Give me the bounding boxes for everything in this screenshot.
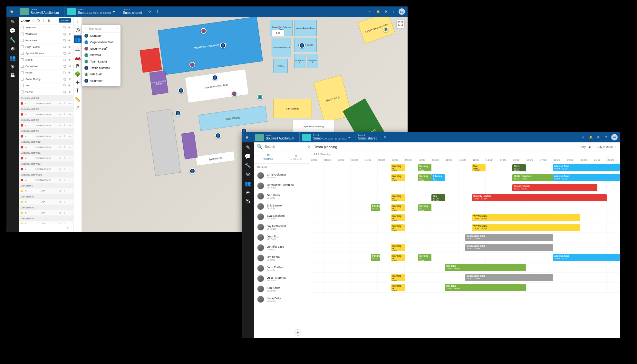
help-icon[interactable]: ? xyxy=(391,9,396,14)
timeline-row[interactable]: Morning b...6:00 - 07:00VIP Welcome12:00… xyxy=(310,213,620,223)
person-marker[interactable]: 👤 xyxy=(383,26,389,32)
filter-item[interactable]: 👤Organisation Staff xyxy=(82,39,121,45)
person-row[interactable]: John EndleySecurity xyxy=(254,263,310,273)
room-media[interactable]: Media Working Area xyxy=(185,69,249,103)
copy-icon[interactable]: ⿻ xyxy=(63,26,66,29)
room-purple2[interactable] xyxy=(181,132,198,159)
person-row[interactable]: Jennifer LittleCatering xyxy=(254,243,310,253)
more-icon[interactable]: ⋯ xyxy=(68,200,71,204)
help-icon[interactable]: ? xyxy=(603,135,609,140)
more-icon[interactable]: ⋯ xyxy=(68,157,71,160)
checkbox[interactable] xyxy=(21,71,24,74)
checkbox[interactable] xyxy=(21,52,24,55)
timeline-row[interactable]: Parking04:30 - 05:00Morning b...6:00 - 0… xyxy=(310,253,620,263)
refresh-icon[interactable]: ⟳ xyxy=(382,135,388,140)
more-icon[interactable]: ⋯ xyxy=(68,102,71,105)
person-marker[interactable]: 👤 xyxy=(175,110,181,116)
room-locker[interactable]: LOCKER ROOM xyxy=(294,38,317,52)
eye-icon[interactable]: 👁 xyxy=(68,52,71,55)
room-meeting[interactable]: Meeting Briefing Room xyxy=(294,20,317,36)
filter-item[interactable]: 👤Security Staff xyxy=(82,45,121,52)
more-icon[interactable]: ⋯ xyxy=(68,178,71,182)
timeline-row[interactable]: Morning b...6:00 - 07:00Morning S...8:00… xyxy=(310,173,620,183)
checkbox[interactable] xyxy=(21,26,24,29)
eye-icon[interactable]: 👁 xyxy=(68,39,71,42)
sun-icon[interactable]: ☀ xyxy=(10,64,15,70)
user-avatar[interactable]: EB xyxy=(611,134,618,140)
room-lockera[interactable]: Locker Room A xyxy=(294,54,305,68)
person-marker[interactable]: 👤 xyxy=(189,168,195,174)
copy-icon[interactable]: ⿻ xyxy=(63,65,66,68)
search-input[interactable] xyxy=(265,145,306,148)
timeline-event[interactable]: Morning S...8:00 - 09:00 xyxy=(418,164,432,171)
timeline-event[interactable]: VIP Welcome12:00 - 20:00 xyxy=(472,224,580,231)
sublist-group[interactable]: Security staff #2 4OPERATIONS0 ⇪ ⋯ xyxy=(19,106,73,117)
sublist-group[interactable]: Security staff #11 4OPERATIONS0 ⇪ ⋯ xyxy=(19,150,73,161)
person-row[interactable]: Jim BeamSecurity xyxy=(254,253,310,263)
target-icon[interactable]: ◎ xyxy=(75,27,80,32)
sublist-group[interactable]: Security staff #1 4OPERATIONS0 ⇪ ⋯ xyxy=(19,95,73,106)
more-icon[interactable]: ⋯ xyxy=(68,146,71,149)
share-icon[interactable]: ⇪ xyxy=(63,157,66,160)
refresh-icon[interactable]: ⟳ xyxy=(147,9,152,14)
person-row[interactable]: Chris ColemanVolunteer xyxy=(254,170,310,181)
bell-icon[interactable]: 🔔 xyxy=(375,9,381,14)
more-icon[interactable]: ⋯ xyxy=(68,189,71,193)
person-row[interactable]: Kim KardaVolunteer xyxy=(254,284,310,294)
share-icon[interactable]: ⇪ xyxy=(63,124,66,127)
layer-row[interactable]: Swiss Timing ⿻ 👁 xyxy=(19,76,73,82)
layer-row[interactable]: FOP - Sumo ⿻ 👁 xyxy=(19,44,73,50)
timeline-event[interactable]: Morning b...6:00 - 07:00 xyxy=(391,244,405,251)
eye-icon[interactable]: 👁 xyxy=(68,33,71,36)
room-spectator2[interactable]: Spectator S xyxy=(195,151,235,166)
room-grey1[interactable] xyxy=(146,109,181,176)
timeline-event[interactable]: Concession Staff11:30 - 18:00 xyxy=(465,244,553,251)
sublist-group[interactable]: VIP Staff #5 5VIP0 ⇪ ⋯ xyxy=(19,205,73,216)
more-icon[interactable]: ⋮ xyxy=(155,9,160,14)
timeline-event[interactable]: Morning b...6:00 - 07:00 xyxy=(391,174,405,181)
layer-row[interactable]: Workforce ⿻ 👁 xyxy=(19,31,73,37)
view-selector[interactable]: Day xyxy=(581,145,586,148)
timeline-date[interactable]: July 9, 2022 xyxy=(597,145,613,148)
print-icon[interactable]: 🖶 xyxy=(245,198,251,204)
room-vipseat[interactable]: VIP Seating xyxy=(273,99,312,118)
filter-item[interactable]: 👤Team Leader xyxy=(82,58,121,65)
sublist-group[interactable]: Security staff #9 4OPERATIONS0 ⇪ ⋯ xyxy=(19,128,73,139)
tree-icon[interactable]: 🌳 xyxy=(75,72,80,77)
eye-icon[interactable]: 👁 xyxy=(68,71,71,74)
chat-icon[interactable]: 💬 xyxy=(10,28,15,34)
sublist-group[interactable]: Security staff #10 4OPERATIONS0 ⇪ ⋯ xyxy=(19,139,73,150)
today-icon[interactable]: ◉ xyxy=(588,145,591,148)
more-icon[interactable]: ⋯ xyxy=(68,135,71,138)
timeline-event[interactable]: Morning b...6:00 - 07:00 xyxy=(391,254,405,261)
eye-icon[interactable]: 👁 xyxy=(68,91,71,94)
room-volunteer[interactable]: Workforce - Volunteer Room xyxy=(158,17,263,75)
checkbox[interactable] xyxy=(21,58,24,61)
filter-item[interactable]: 👤Traffic Marshall xyxy=(82,65,121,71)
snow-icon[interactable]: ❄ xyxy=(245,171,251,177)
person-marker[interactable]: 👤 xyxy=(212,75,218,81)
event-selector[interactable]: Event Sumo 6 Jul 2022 - 10 Jul 2022 ▾ xyxy=(299,132,353,142)
eye-icon[interactable]: 👁 xyxy=(68,65,71,68)
timeline-row[interactable]: Morning b...6:00 - 07:00Mix zone10:00 - … xyxy=(310,283,620,293)
text-icon[interactable]: T xyxy=(75,88,80,93)
person-row[interactable]: Eva BoschettiVolunteer xyxy=(254,212,310,222)
prev-day-icon[interactable]: ‹ xyxy=(594,145,594,148)
sublist-group[interactable]: VIP Staff #4 5VIP0 ⇪ ⋯ xyxy=(19,216,73,224)
layer-export-icon[interactable]: ⇪ xyxy=(42,19,46,23)
car-icon[interactable]: 🚗 xyxy=(75,55,80,60)
next-day-icon[interactable]: › xyxy=(615,145,616,148)
back-icon[interactable]: ‹ xyxy=(75,19,80,24)
copy-icon[interactable]: ⿻ xyxy=(63,52,66,55)
copy-icon[interactable]: ⿻ xyxy=(63,33,66,36)
timeline-event[interactable]: Security check15:00 - 21:20 xyxy=(512,184,597,191)
share-icon[interactable]: ⇪ xyxy=(63,178,66,182)
share-icon[interactable]: ⇪ xyxy=(63,168,66,171)
arrow-icon[interactable]: ↗ xyxy=(75,105,80,110)
venue-selector[interactable]: Venue Boutwell Auditorium xyxy=(17,6,62,17)
timeline-row[interactable]: Morning b...6:00 - 07:00Concession Staff… xyxy=(310,243,620,253)
timeline-event[interactable]: Morning b...6:00 - 07:00 xyxy=(391,214,405,221)
share-icon[interactable]: ⇪ xyxy=(63,113,66,116)
copy-icon[interactable]: ⿻ xyxy=(63,91,66,94)
person-marker[interactable]: 👤 xyxy=(178,88,184,93)
